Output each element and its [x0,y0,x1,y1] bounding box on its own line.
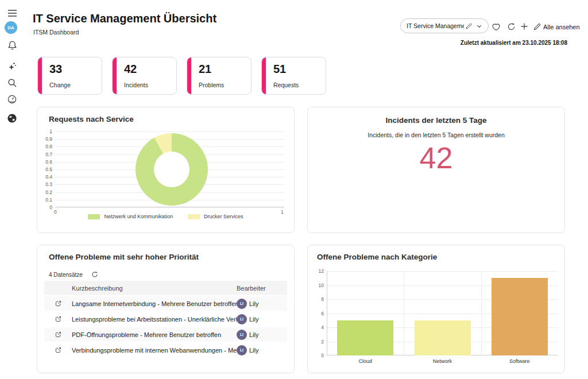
gridline [327,271,558,272]
column-header-bearbeiter: Bearbeiter [237,285,287,292]
menu-icon[interactable] [5,6,20,21]
kpi-accent-bar [187,57,191,94]
assignee-cell: LILily [237,299,287,309]
add-plus-icon[interactable] [518,20,531,33]
y-axis-tick: 0.4 [38,174,52,180]
table-row: Leistungsprobleme bei Arbeitsstationen -… [44,312,287,327]
bar-cloud[interactable] [337,320,393,355]
donut-hole [154,152,189,187]
kpi-accent-bar [262,57,266,94]
assignee-avatar: LI [237,345,247,355]
assignee-cell: LILily [237,345,287,355]
panel-title: Offene Probleme nach Kategorie [317,253,437,261]
kpi-card-incidents[interactable]: 42Incidents [112,57,177,95]
table-refresh-icon[interactable] [91,270,99,279]
search-icon[interactable] [5,75,20,90]
legend-item[interactable]: Netzwerk und Kommunikation [88,214,173,219]
kpi-label: Change [49,82,71,88]
bar-software[interactable] [492,278,548,355]
gridline-vertical [481,271,482,355]
legend-label: Drucker Services [204,214,243,219]
problem-description-link[interactable]: Langsame Internetverbindung - Mehrere Be… [72,300,237,307]
external-link-icon[interactable] [44,315,72,323]
y-axis-line [327,271,327,355]
y-axis-tick: 0.9 [38,136,52,142]
gridline [55,207,284,208]
globe-icon[interactable] [5,111,20,126]
y-axis-tick: 0 [38,204,52,210]
donut-legend: Netzwerk und KommunikationDrucker Servic… [37,214,294,219]
panel-title: Offene Probleme mit sehr hoher Priorität [49,253,199,261]
y-axis-tick: 4 [310,324,324,330]
external-link-icon[interactable] [44,331,72,338]
kpi-label: Requests [273,82,299,88]
categories-bar-plot [327,271,558,355]
column-header-kurzbeschreibung: Kurzbeschreibung [72,285,237,292]
problem-description-link[interactable]: PDF-Öffnungsprobleme - Mehrere Benutzer … [72,331,237,338]
refresh-icon[interactable] [505,20,517,33]
dashboard-picker-label: IT Service Managemen ... [407,22,464,29]
problem-description-link[interactable]: Verbindungsprobleme mit internen Webanwe… [72,347,237,354]
dashboard-picker[interactable]: IT Service Managemen ... [400,18,489,33]
y-axis-tick: 0.6 [38,159,52,165]
assignee-name: Lily [249,316,259,323]
panel-probleme-nach-kategorie: Offene Probleme nach Kategorie 024681012… [307,245,565,373]
kpi-card-requests[interactable]: 51Requests [261,57,326,95]
panel-requests-nach-service: Requests nach Service 00.10.20.30.40.50.… [37,107,295,233]
assignee-name: Lily [249,347,259,354]
chevron-down-icon[interactable] [476,23,482,29]
table-row: Verbindungsprobleme mit internen Webanwe… [44,343,287,358]
dashboard-gauge-icon[interactable] [5,92,20,107]
panel-incidents-letzte-5-tage: Incidents der letzten 5 Tage Incidents, … [307,107,565,233]
assignee-name: Lily [249,300,259,307]
y-axis-tick: 0.1 [38,197,52,203]
y-axis-tick: 2 [310,339,324,345]
requests-donut-plot [55,132,284,207]
x-axis-category-label: Software [509,358,530,364]
y-axis-tick: 0.3 [38,181,52,187]
kpi-card-change[interactable]: 33Change [37,57,102,95]
assignee-cell: LILily [237,330,287,340]
kpi-accent-bar [38,57,42,94]
kpi-value: 33 [49,63,62,76]
assignee-avatar: LI [237,299,247,309]
external-link-icon[interactable] [44,346,72,354]
x-axis-category-label: Cloud [358,358,372,364]
kpi-label: Problems [199,82,224,88]
page-subtitle: ITSM Dashboard [33,29,79,36]
problem-description-link[interactable]: Leistungsprobleme bei Arbeitsstationen -… [72,316,237,323]
last-updated-text: Zuletzt aktualisiert am 23.10.2025 18:08 [461,40,567,46]
favorite-heart-icon[interactable] [490,20,502,33]
panel-offene-probleme-prioritaet: Offene Probleme mit sehr hoher Priorität… [37,245,295,373]
edit-dashboard-pencil-icon[interactable] [531,20,543,33]
table-row: Langsame Internetverbindung - Mehrere Be… [44,296,287,312]
legend-label: Netzwerk und Kommunikation [104,214,173,219]
kpi-card-problems[interactable]: 21Problems [187,57,252,95]
kpi-value: 51 [273,63,286,76]
page-title: IT Service Management Übersicht [33,12,216,25]
left-sidebar: DA [0,0,25,379]
legend-swatch [88,214,100,219]
incidents-count-value: 42 [308,141,564,175]
y-axis-tick: 10 [310,283,324,288]
external-link-icon[interactable] [44,300,72,307]
edit-pencil-icon[interactable] [465,22,473,30]
assignee-name: Lily [249,331,259,338]
legend-item[interactable]: Drucker Services [188,214,243,219]
assignee-avatar: LI [237,314,247,324]
requests-donut[interactable] [136,133,208,206]
ai-sparkles-icon[interactable] [5,59,20,74]
view-all-link[interactable]: Alle ansehen [543,24,580,30]
y-axis-tick: 0.5 [38,167,52,172]
y-axis-tick: 8 [310,296,324,302]
panel-title: Incidents der letzten 5 Tage [308,116,564,125]
y-axis-tick: 0.7 [38,152,52,157]
bar-network[interactable] [415,320,471,355]
kpi-accent-bar [113,57,117,94]
itsm-dashboard-screen: DA IT Service Management Übersicht ITSM … [0,0,588,379]
record-count: 4 Datensätze [49,272,83,278]
panel-title: Requests nach Service [49,115,134,123]
notifications-bell-icon[interactable] [5,38,20,53]
y-axis-tick: 12 [310,268,324,274]
user-avatar[interactable]: DA [5,21,17,34]
